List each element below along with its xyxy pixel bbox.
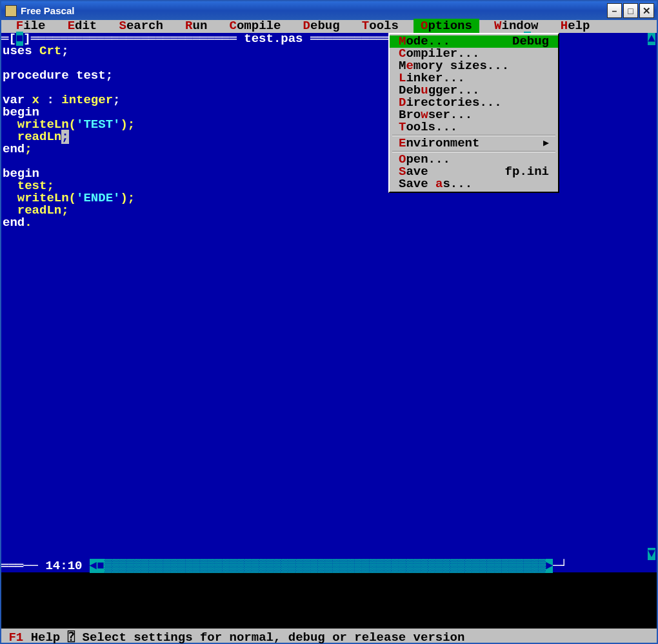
options-menu-dropdown: Mode...DebugCompiler...Memory sizes...Li…: [388, 33, 559, 193]
minimize-button[interactable]: –: [607, 3, 622, 18]
menu-elp[interactable]: Help: [553, 19, 597, 33]
menu-earch[interactable]: Search: [112, 19, 170, 33]
menu-indow[interactable]: Window: [487, 19, 546, 33]
menu-ptions[interactable]: Options: [414, 19, 480, 33]
status-bar: F1 Help ⍰ Select settings for normal, de…: [1, 629, 657, 643]
console-output-area: [1, 572, 657, 629]
menu-bar: File Edit Search Run Compile Debug Tools…: [1, 20, 657, 33]
app-icon: [5, 5, 17, 17]
scroll-up-icon[interactable]: ▲: [648, 33, 655, 45]
menu-item-environment[interactable]: Environment▶: [390, 137, 558, 150]
ide-area: File Edit Search Run Compile Debug Tools…: [1, 20, 657, 572]
menu-un[interactable]: Run: [178, 19, 215, 33]
status-key: F1: [8, 630, 23, 644]
status-hint: Select settings for normal, debug or rel…: [83, 630, 465, 644]
status-label: Help: [31, 630, 61, 644]
editor-hscroll[interactable]: ═══── 14:10 ◄■▒▒▒▒▒▒▒▒▒▒▒▒▒▒▒▒▒▒▒▒▒▒▒▒▒▒…: [1, 560, 657, 572]
menu-item-save-as[interactable]: Save as...: [390, 178, 558, 190]
menu-ebug[interactable]: Debug: [295, 19, 347, 33]
status-separator: ⍰: [68, 630, 75, 644]
scroll-down-icon[interactable]: ▼: [648, 548, 655, 560]
maximize-button[interactable]: □: [623, 3, 638, 18]
code-line[interactable]: writeLn('ENDE');: [3, 192, 657, 205]
window-title: Free Pascal: [21, 5, 606, 16]
menu-ools[interactable]: Tools: [354, 19, 406, 33]
menu-ile[interactable]: File: [8, 19, 52, 33]
menu-ompile[interactable]: Compile: [222, 19, 288, 33]
window-titlebar: Free Pascal – □ ✕: [1, 1, 657, 20]
close-button[interactable]: ✕: [639, 3, 654, 18]
menu-item-tools[interactable]: Tools...: [390, 121, 558, 134]
code-line[interactable]: end.: [3, 217, 657, 229]
code-line[interactable]: readLn;: [3, 205, 657, 217]
menu-dit[interactable]: Edit: [60, 19, 104, 33]
